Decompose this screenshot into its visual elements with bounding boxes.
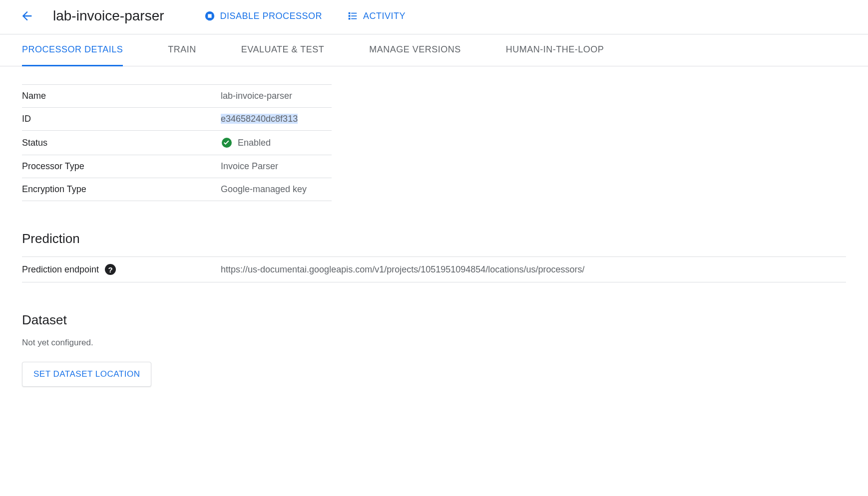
id-value: e34658240dc8f313 <box>221 108 332 131</box>
table-row: ID e34658240dc8f313 <box>22 108 332 131</box>
svg-rect-4 <box>349 15 351 17</box>
id-label: ID <box>22 108 221 131</box>
status-value: Enabled <box>221 131 332 155</box>
tab-human-in-the-loop[interactable]: HUMAN-IN-THE-LOOP <box>506 34 604 66</box>
table-row: Processor Type Invoice Parser <box>22 155 332 178</box>
activity-button[interactable]: ACTIVITY <box>347 10 406 21</box>
details-table: Name lab-invoice-parser ID e34658240dc8f… <box>22 84 332 201</box>
header-actions: DISABLE PROCESSOR ACTIVITY <box>204 10 406 21</box>
svg-rect-5 <box>351 15 357 16</box>
processor-type-label: Processor Type <box>22 155 221 178</box>
disable-processor-label: DISABLE PROCESSOR <box>220 11 323 21</box>
prediction-heading: Prediction <box>22 231 846 247</box>
activity-list-icon <box>347 10 358 21</box>
table-row: Name lab-invoice-parser <box>22 85 332 108</box>
processor-title: lab-invoice-parser <box>53 8 164 24</box>
dataset-status-text: Not yet configured. <box>22 338 846 348</box>
tab-manage-versions[interactable]: MANAGE VERSIONS <box>369 34 461 66</box>
status-label: Status <box>22 131 221 155</box>
name-label: Name <box>22 85 221 108</box>
dataset-heading: Dataset <box>22 312 846 328</box>
content-area: Name lab-invoice-parser ID e34658240dc8f… <box>0 66 868 405</box>
prediction-endpoint-value: https://us-documentai.googleapis.com/v1/… <box>221 264 584 275</box>
tab-train[interactable]: TRAIN <box>168 34 196 66</box>
svg-rect-6 <box>349 18 351 20</box>
check-circle-icon <box>221 137 233 149</box>
page-header: lab-invoice-parser DISABLE PROCESSOR ACT… <box>0 0 868 34</box>
table-row: Encryption Type Google-managed key <box>22 178 332 201</box>
svg-rect-3 <box>351 13 357 14</box>
svg-rect-7 <box>351 18 357 19</box>
stop-icon <box>204 10 215 21</box>
set-dataset-location-button[interactable]: SET DATASET LOCATION <box>22 362 151 387</box>
id-value-text[interactable]: e34658240dc8f313 <box>221 114 298 124</box>
tab-evaluate-test[interactable]: EVALUATE & TEST <box>241 34 325 66</box>
prediction-endpoint-label: Prediction endpoint <box>22 264 99 275</box>
svg-rect-1 <box>208 14 211 17</box>
prediction-row: Prediction endpoint ? https://us-documen… <box>22 256 846 282</box>
processor-type-value: Invoice Parser <box>221 155 332 178</box>
prediction-endpoint-label-group: Prediction endpoint ? <box>22 264 221 275</box>
back-arrow-icon[interactable] <box>20 9 34 23</box>
activity-label: ACTIVITY <box>363 11 406 21</box>
disable-processor-button[interactable]: DISABLE PROCESSOR <box>204 10 323 21</box>
tabs-container: PROCESSOR DETAILS TRAIN EVALUATE & TEST … <box>0 34 868 66</box>
table-row: Status Enabled <box>22 131 332 155</box>
status-text: Enabled <box>238 138 271 148</box>
encryption-type-value: Google-managed key <box>221 178 332 201</box>
tab-processor-details[interactable]: PROCESSOR DETAILS <box>22 34 123 66</box>
svg-rect-2 <box>349 12 351 14</box>
encryption-type-label: Encryption Type <box>22 178 221 201</box>
name-value: lab-invoice-parser <box>221 85 332 108</box>
help-icon[interactable]: ? <box>105 264 116 275</box>
